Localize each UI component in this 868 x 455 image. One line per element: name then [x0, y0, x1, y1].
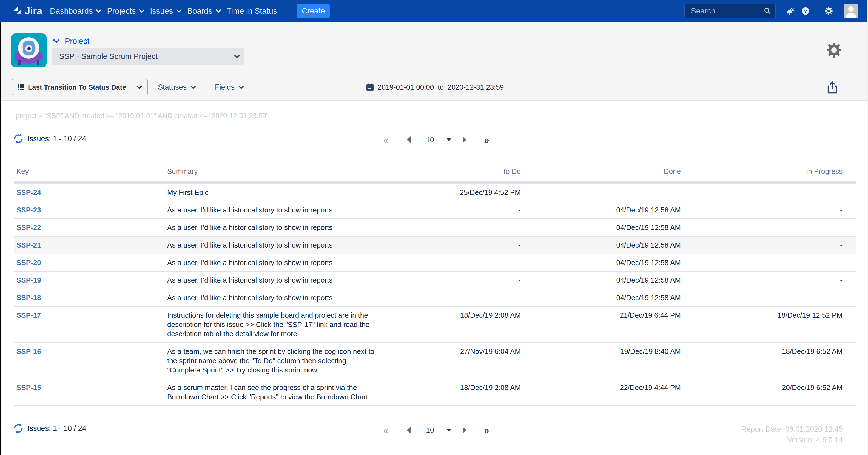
issues-table-body: SSP-24 My First Epic 25/Dec/19 4:52 PM -…	[14, 183, 856, 406]
summary-cell: As a user, I'd like a historical story t…	[167, 254, 386, 271]
first-page-icon[interactable]: «	[383, 134, 391, 145]
key-cell: SSP-18	[14, 289, 167, 306]
announcements-icon[interactable]	[786, 7, 795, 15]
table-row: SSP-15 As a scrum master, I can see the …	[14, 379, 856, 406]
jira-logo[interactable]: Jira	[12, 5, 42, 17]
issue-key-link[interactable]: SSP-21	[17, 241, 41, 249]
key-cell: SSP-23	[14, 201, 167, 219]
todo-cell: -	[386, 289, 521, 306]
footer-page-size-dropdown-icon[interactable]	[447, 429, 451, 432]
footer-prev-page-icon[interactable]	[407, 427, 410, 433]
table-row: SSP-21 As a user, I'd like a historical …	[14, 236, 856, 254]
report-date: Report Date: 06.01.2020 12:45	[741, 424, 843, 435]
fields-dropdown[interactable]: Fields	[215, 79, 244, 95]
in-progress-cell: -	[681, 201, 856, 219]
in-progress-cell: 20/Dec/19 6:52 AM	[681, 379, 856, 406]
page: Jira DashboardsProjectsIssuesBoardsTime …	[0, 0, 868, 455]
summary-cell: As a user, I'd like a historical story t…	[167, 289, 386, 306]
statuses-dropdown[interactable]: Statuses	[158, 79, 196, 95]
page-size-value[interactable]: 10	[426, 136, 434, 144]
done-cell: 21/Dec/19 6:44 PM	[521, 306, 681, 343]
done-cell: 22/Dec/19 4:44 PM	[521, 379, 681, 406]
issues-count-group: Issues: 1 - 10 / 24	[13, 131, 86, 146]
footer-page-size-value[interactable]: 10	[426, 426, 434, 434]
date-separator: to	[438, 83, 444, 91]
todo-cell: 18/Dec/19 2:08 AM	[386, 379, 521, 406]
footer-next-page-icon[interactable]	[463, 427, 466, 433]
todo-cell: -	[386, 201, 521, 219]
fields-label: Fields	[215, 83, 235, 92]
issue-key-link[interactable]: SSP-15	[17, 384, 41, 392]
last-page-icon[interactable]: »	[484, 134, 489, 145]
issue-key-link[interactable]: SSP-20	[17, 259, 41, 267]
user-avatar[interactable]	[844, 4, 858, 18]
col-header-in-progress[interactable]: In Progress	[681, 167, 856, 183]
table-row: SSP-18 As a user, I'd like a historical …	[14, 289, 856, 306]
nav-item-dashboards[interactable]: Dashboards	[50, 7, 101, 16]
date-field-dropdown[interactable]: Last Transition To Status Date	[11, 79, 148, 95]
table-row: SSP-17 Instructions for deleting this sa…	[14, 306, 856, 343]
issue-key-link[interactable]: SSP-17	[17, 311, 41, 319]
col-header-done[interactable]: Done	[521, 167, 681, 183]
summary-cell: As a user, I'd like a historical story t…	[167, 201, 386, 219]
col-header-key[interactable]: Key	[14, 167, 167, 183]
footer-refresh-icon[interactable]	[13, 423, 24, 434]
done-cell: 04/Dec/19 12:58 AM	[521, 254, 681, 271]
table-header-row: Key Summary To Do Done In Progress	[14, 167, 856, 183]
issue-key-link[interactable]: SSP-19	[17, 276, 41, 284]
next-page-icon[interactable]	[463, 136, 466, 143]
nav-item-projects[interactable]: Projects	[107, 7, 145, 16]
help-icon[interactable]: ?	[802, 7, 809, 15]
issue-key-link[interactable]: SSP-18	[17, 294, 41, 302]
results-toolbar: Issues: 1 - 10 / 24 « 10 »	[1, 130, 867, 150]
project-label-row[interactable]: Project	[53, 37, 89, 46]
issue-key-link[interactable]: SSP-24	[17, 188, 41, 196]
table-row: SSP-23 As a user, I'd like a historical …	[14, 201, 856, 219]
summary-cell: As a team, we can finish the sprint by c…	[167, 343, 386, 379]
todo-cell: -	[386, 236, 521, 254]
header-band: Project SSP - Sample Scrum Project	[1, 23, 867, 101]
settings-icon[interactable]	[825, 7, 833, 15]
issue-key-link[interactable]: SSP-22	[17, 223, 41, 232]
nav-item-label: Boards	[187, 7, 212, 16]
todo-cell: -	[386, 219, 521, 236]
nav-item-label: Time in Status	[227, 7, 277, 16]
chevron-down-icon	[176, 9, 182, 13]
date-field-chevron-icon	[136, 86, 142, 89]
done-cell: 04/Dec/19 12:58 AM	[521, 289, 681, 306]
issue-key-link[interactable]: SSP-23	[17, 206, 41, 214]
footer-first-page-icon[interactable]: «	[383, 425, 391, 435]
nav-item-time-in-status[interactable]: Time in Status	[227, 7, 277, 16]
refresh-icon[interactable]	[13, 133, 24, 144]
todo-cell: -	[386, 271, 521, 289]
issue-key-link[interactable]: SSP-16	[17, 347, 41, 356]
search-box[interactable]	[684, 4, 776, 18]
footer-last-page-icon[interactable]: »	[484, 425, 489, 435]
key-cell: SSP-20	[14, 254, 167, 271]
report-settings-gear-icon[interactable]	[826, 42, 842, 58]
export-icon[interactable]	[827, 81, 838, 94]
date-range[interactable]: 2019-01-01 00:00to2020-12-31 23:59	[366, 79, 504, 95]
todo-cell: -	[386, 254, 521, 271]
col-header-summary[interactable]: Summary	[167, 167, 386, 183]
svg-text:?: ?	[804, 8, 807, 14]
table-row: SSP-24 My First Epic 25/Dec/19 4:52 PM -…	[14, 183, 856, 201]
key-cell: SSP-17	[14, 306, 167, 343]
in-progress-cell: 18/Dec/19 6:52 AM	[681, 343, 856, 379]
page-size-dropdown-icon[interactable]	[447, 139, 451, 142]
table-row: SSP-22 As a user, I'd like a historical …	[14, 219, 856, 236]
chevron-down-icon	[96, 9, 101, 13]
chevron-down-icon	[216, 9, 221, 13]
fields-chevron-icon	[239, 86, 244, 89]
col-header-todo[interactable]: To Do	[386, 167, 521, 183]
create-button[interactable]: Create	[297, 4, 330, 18]
summary-cell: As a scrum master, I can see the progres…	[167, 379, 386, 406]
nav-item-boards[interactable]: Boards	[187, 7, 221, 16]
done-cell: 04/Dec/19 12:58 AM	[521, 271, 681, 289]
nav-item-issues[interactable]: Issues	[150, 7, 182, 16]
search-input[interactable]	[691, 7, 764, 16]
in-progress-cell: -	[681, 289, 856, 306]
report-meta: Report Date: 06.01.2020 12:45 Version: 4…	[741, 424, 843, 446]
project-select[interactable]: SSP - Sample Scrum Project	[52, 48, 244, 65]
prev-page-icon[interactable]	[407, 136, 410, 143]
